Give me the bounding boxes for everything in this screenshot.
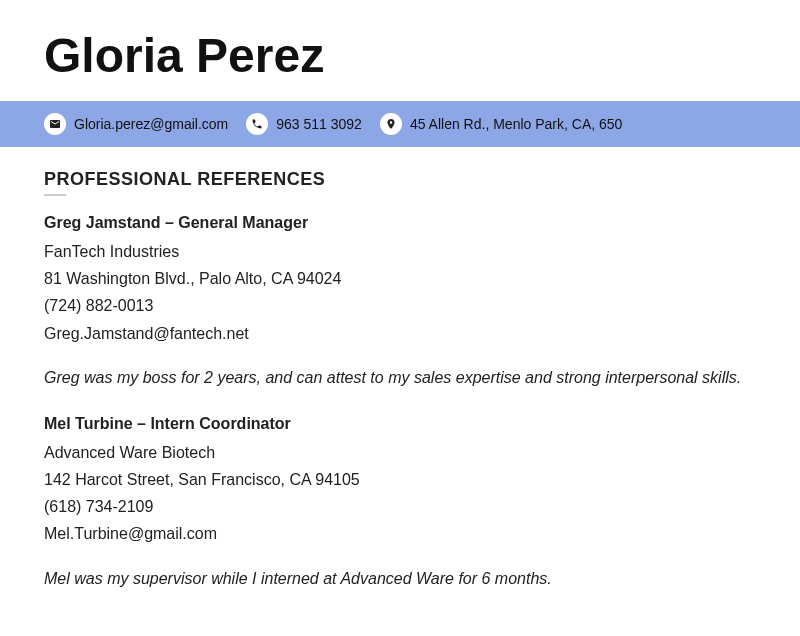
title-underline (44, 194, 66, 196)
reference-company: Advanced Ware Biotech (44, 439, 756, 466)
reference-block: Greg Jamstand – General Manager FanTech … (44, 214, 756, 387)
reference-heading: Mel Turbine – Intern Coordinator (44, 415, 756, 433)
section-title: PROFESSIONAL REFERENCES (44, 169, 756, 190)
email-icon (44, 113, 66, 135)
content-area: PROFESSIONAL REFERENCES Greg Jamstand – … (0, 147, 800, 588)
location-icon (380, 113, 402, 135)
contact-email-text: Gloria.perez@gmail.com (74, 116, 228, 132)
reference-phone: (618) 734-2109 (44, 493, 756, 520)
contact-phone: 963 511 3092 (246, 113, 362, 135)
phone-icon (246, 113, 268, 135)
contact-address-text: 45 Allen Rd., Menlo Park, CA, 650 (410, 116, 622, 132)
contact-bar: Gloria.perez@gmail.com 963 511 3092 45 A… (0, 101, 800, 147)
reference-email: Mel.Turbine@gmail.com (44, 520, 756, 547)
contact-phone-text: 963 511 3092 (276, 116, 362, 132)
reference-block: Mel Turbine – Intern Coordinator Advance… (44, 415, 756, 588)
reference-note: Mel was my supervisor while I interned a… (44, 570, 756, 588)
reference-email: Greg.Jamstand@fantech.net (44, 320, 756, 347)
reference-heading: Greg Jamstand – General Manager (44, 214, 756, 232)
reference-phone: (724) 882-0013 (44, 292, 756, 319)
reference-note: Greg was my boss for 2 years, and can at… (44, 369, 756, 387)
contact-email: Gloria.perez@gmail.com (44, 113, 228, 135)
reference-address: 142 Harcot Street, San Francisco, CA 941… (44, 466, 756, 493)
reference-company: FanTech Industries (44, 238, 756, 265)
contact-address: 45 Allen Rd., Menlo Park, CA, 650 (380, 113, 622, 135)
reference-address: 81 Washington Blvd., Palo Alto, CA 94024 (44, 265, 756, 292)
person-name: Gloria Perez (0, 0, 800, 101)
